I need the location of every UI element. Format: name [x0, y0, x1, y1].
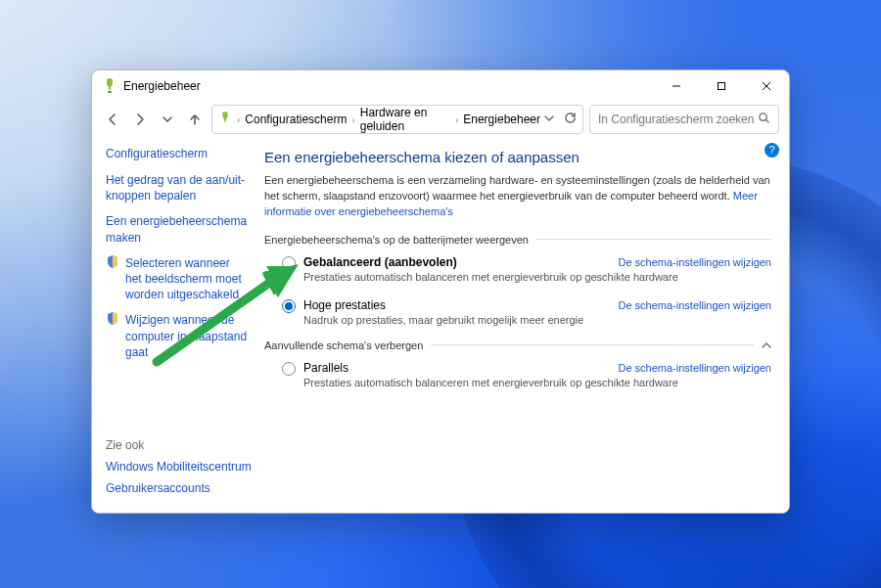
- page-description-text: Een energiebeheerschema is een verzameli…: [264, 174, 770, 202]
- breadcrumb-item[interactable]: Hardware en geluiden: [360, 106, 450, 133]
- main-content: ? Een energiebeheerschema kiezen of aanp…: [256, 137, 789, 513]
- control-panel-home-link[interactable]: Configuratiescherm: [106, 147, 249, 160]
- refresh-button[interactable]: [564, 112, 577, 127]
- chevron-right-icon: ›: [350, 114, 355, 125]
- sidebar-item-wake-buttons[interactable]: Het gedrag van de aan/uit-knoppen bepale…: [106, 172, 249, 204]
- address-bar[interactable]: › Configuratiescherm › Hardware en gelui…: [211, 105, 583, 134]
- search-input[interactable]: In Configuratiescherm zoeken: [589, 105, 779, 134]
- plan-name[interactable]: Hoge prestaties: [303, 298, 386, 312]
- plan-name[interactable]: Gebalanceerd (aanbevolen): [303, 255, 457, 269]
- chevron-right-icon: ›: [236, 114, 241, 125]
- page-title: Een energiebeheerschema kiezen of aanpas…: [264, 149, 771, 165]
- divider: [431, 344, 754, 345]
- svg-marker-8: [262, 264, 299, 297]
- collapse-icon: [762, 340, 771, 350]
- sidebar-item-label: Een energiebeheerschema maken: [106, 213, 249, 245]
- plans-group-header: Energiebeheerschema's op de batterijmete…: [264, 234, 771, 246]
- up-button[interactable]: [184, 109, 206, 130]
- address-dropdown-button[interactable]: [544, 113, 554, 126]
- page-description: Een energiebeheerschema is een verzameli…: [264, 173, 771, 220]
- path-icon: [218, 112, 232, 128]
- plan-description: Nadruk op prestaties, maar gebruikt moge…: [303, 314, 771, 326]
- plan-description: Prestaties automatisch balanceren met en…: [303, 271, 771, 283]
- power-plan-balanced: Gebalanceerd (aanbevolen) De schema-inst…: [264, 253, 771, 285]
- help-button[interactable]: ?: [765, 143, 779, 158]
- see-also-link-accounts[interactable]: Gebruikersaccounts: [106, 481, 253, 495]
- sidebar-item-label: Het gedrag van de aan/uit-knoppen bepale…: [106, 172, 249, 204]
- svg-line-6: [765, 119, 768, 122]
- chevron-right-icon: ›: [454, 114, 459, 125]
- see-also-header: Zie ook: [106, 438, 253, 452]
- power-plan-parallels: Parallels De schema-instellingen wijzige…: [264, 359, 771, 390]
- close-button[interactable]: [744, 70, 789, 102]
- change-plan-settings-link[interactable]: De schema-instellingen wijzigen: [618, 299, 771, 311]
- forward-button[interactable]: [129, 109, 151, 130]
- plan-name[interactable]: Parallels: [303, 361, 348, 375]
- maximize-button[interactable]: [699, 70, 744, 102]
- power-plan-high-performance: Hoge prestaties De schema-instellingen w…: [264, 296, 771, 328]
- breadcrumb-item[interactable]: Energiebeheer: [463, 113, 540, 126]
- window-title: Energiebeheer: [123, 79, 201, 93]
- svg-rect-2: [719, 83, 725, 90]
- svg-rect-0: [108, 91, 112, 93]
- group-header-label: Energiebeheerschema's op de batterijmete…: [264, 234, 529, 246]
- see-also-section: Zie ook Windows Mobiliteitscentrum Gebru…: [106, 438, 253, 503]
- see-also-link-mobility[interactable]: Windows Mobiliteitscentrum: [106, 460, 253, 474]
- minimize-button[interactable]: [654, 70, 699, 102]
- breadcrumb-item[interactable]: Configuratiescherm: [245, 113, 347, 126]
- recent-locations-button[interactable]: [157, 109, 178, 130]
- search-placeholder: In Configuratiescherm zoeken: [598, 113, 754, 126]
- titlebar: Energiebeheer: [92, 70, 789, 102]
- app-icon: [102, 78, 117, 94]
- toolbar: › Configuratiescherm › Hardware en gelui…: [92, 102, 789, 137]
- change-plan-settings-link[interactable]: De schema-instellingen wijzigen: [618, 362, 771, 374]
- change-plan-settings-link[interactable]: De schema-instellingen wijzigen: [618, 256, 771, 268]
- svg-line-7: [157, 274, 282, 362]
- annotation-arrow: [49, 254, 303, 372]
- additional-plans-header[interactable]: Aanvullende schema's verbergen: [264, 339, 771, 351]
- divider: [536, 239, 771, 240]
- back-button[interactable]: [102, 109, 123, 130]
- sidebar-item-create-plan[interactable]: Een energiebeheerschema maken: [106, 213, 249, 245]
- plan-description: Prestaties automatisch balanceren met en…: [303, 377, 771, 388]
- search-icon: [758, 112, 770, 127]
